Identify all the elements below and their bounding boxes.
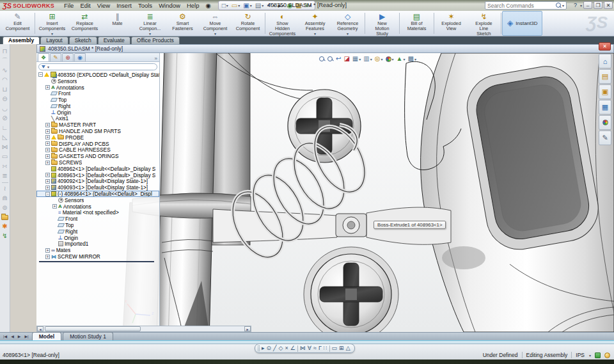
move-component-button[interactable]: ⇔MoveComponent▾: [199, 11, 232, 36]
design-binder-folder-icon[interactable]: [1, 215, 8, 220]
tree-item[interactable]: ⊥Origin: [36, 109, 159, 116]
tree-item[interactable]: Sensors: [36, 78, 159, 84]
tab-nav-3-button[interactable]: ▶|: [22, 333, 30, 340]
expander[interactable]: +: [45, 173, 50, 177]
view-settings-button[interactable]: ▩▾: [407, 55, 416, 63]
menu-tools[interactable]: Tools: [135, 1, 155, 10]
search-commands-box[interactable]: ▾: [485, 1, 567, 10]
rib-icon[interactable]: ⋈: [2, 143, 8, 152]
hide-show-items-button[interactable]: ◎▾: [375, 55, 383, 63]
tree-item[interactable]: −408350 (EXPLODED <Default_Display Stat: [36, 72, 159, 78]
expander[interactable]: +: [45, 135, 50, 139]
angle-tool-icon[interactable]: ∠: [290, 344, 295, 352]
close-button[interactable]: ✕: [604, 1, 613, 9]
display-style-button[interactable]: ▥▾: [363, 55, 372, 63]
menu-help[interactable]: Help: [184, 1, 203, 10]
expander[interactable]: −: [45, 192, 50, 196]
zoom-to-fit-button[interactable]: [319, 56, 325, 62]
mirror-feature-icon[interactable]: ∺: [2, 162, 7, 171]
tree-item[interactable]: Right: [36, 103, 159, 109]
expander[interactable]: +: [45, 248, 50, 253]
restore-button[interactable]: ❐: [594, 1, 602, 9]
design-library-tab[interactable]: ▤: [599, 69, 611, 84]
extruded-boss-icon[interactable]: ⊓: [3, 47, 8, 56]
bill-of-materials-button[interactable]: ▤Bill ofMaterials: [400, 11, 433, 36]
new-document-dropdown-icon[interactable]: ▾: [226, 3, 228, 8]
previous-view-button[interactable]: ↩: [336, 55, 341, 63]
display-style-flyout-icon[interactable]: ▾: [370, 57, 372, 61]
corner-tool-icon[interactable]: Γ: [319, 344, 322, 352]
tab-sketch[interactable]: Sketch: [69, 36, 97, 44]
edit-appearance-button[interactable]: ▾: [386, 56, 394, 62]
save-document-button[interactable]: ▣▾: [242, 3, 253, 9]
linear-component-pattern-button[interactable]: ≣LinearCompon...▾: [134, 11, 166, 36]
help-dropdown-icon[interactable]: ▾: [580, 3, 582, 8]
tree-item[interactable]: Top: [36, 222, 159, 228]
expander[interactable]: +: [45, 85, 50, 90]
expander[interactable]: +: [45, 123, 50, 127]
offset-entities-tool-icon[interactable]: ≈: [313, 344, 317, 352]
tree-item[interactable]: −(-) 408964<1> (Default<<Default>_Displ: [36, 191, 159, 197]
scroll-thumb[interactable]: [45, 326, 141, 331]
save-document-dropdown-icon[interactable]: ▾: [250, 3, 252, 8]
instant3d-button[interactable]: ◈Instant3D: [502, 11, 542, 36]
search-input[interactable]: [487, 3, 556, 9]
pin-icon[interactable]: ◉: [202, 1, 214, 10]
tab-assembly[interactable]: Assembly: [3, 36, 40, 44]
reference-geometry-button[interactable]: ◇ReferenceGeometry▾: [331, 11, 364, 36]
expander[interactable]: +: [45, 161, 50, 165]
scroll-right-arrow[interactable]: ▸: [244, 326, 251, 331]
tab-office-products[interactable]: Office Products: [131, 36, 180, 44]
select-tool-icon[interactable]: ▸: [262, 344, 265, 352]
help-button[interactable]: ?: [572, 2, 578, 8]
edit-component-button[interactable]: ✎EditComponent: [1, 11, 34, 36]
tree-item[interactable]: 408962<1> [Default<<Default>_Display S: [36, 166, 159, 172]
expander[interactable]: +: [45, 186, 50, 190]
tab-motion-study-1[interactable]: Motion Study 1: [63, 332, 113, 340]
expander[interactable]: +: [45, 141, 50, 146]
configurationmanager-tab[interactable]: ⊛: [62, 53, 74, 61]
linear-pattern-icon[interactable]: ≣: [2, 171, 7, 181]
revolved-boss-icon[interactable]: ⌒: [2, 56, 8, 66]
assembly-features-button[interactable]: ✦AssemblyFeatures▾: [299, 11, 331, 36]
tree-item[interactable]: +DISPLAY AND PCBS: [36, 141, 159, 147]
open-document-button[interactable]: ▭▾: [230, 3, 241, 9]
section-view-button[interactable]: ◪: [343, 55, 349, 63]
solidworks-resources-tab[interactable]: ⌂: [599, 54, 611, 68]
view-orientation-button[interactable]: ▦▾: [352, 55, 361, 63]
line-tool-icon[interactable]: ╱: [273, 344, 276, 352]
menu-insert[interactable]: Insert: [113, 1, 135, 10]
instant3d-tool-icon[interactable]: ⊚: [2, 203, 7, 213]
polygon-tool-icon[interactable]: ◇: [279, 344, 283, 352]
expander[interactable]: +: [45, 129, 50, 134]
tree-item[interactable]: +SCREWS: [36, 159, 159, 166]
tab-evaluate[interactable]: Evaluate: [98, 36, 130, 44]
tree-item[interactable]: +CABLE HARNESSES: [36, 147, 159, 154]
tree-item[interactable]: +HANDLE AND SM PARTS: [36, 128, 159, 134]
tree-item[interactable]: +⋈SCREW MIRROR: [36, 253, 159, 260]
tree-item[interactable]: ╲Axis1: [36, 116, 159, 122]
tree-item[interactable]: +PROBE: [36, 134, 159, 141]
grid-tool-icon[interactable]: ⊞: [339, 344, 344, 352]
tab-layout[interactable]: Layout: [40, 36, 68, 44]
extruded-cut-icon[interactable]: ⊔: [3, 85, 8, 95]
swept-boss-icon[interactable]: ∿: [2, 66, 7, 75]
trim-tool-icon[interactable]: ×: [285, 344, 288, 352]
toolbar-grip[interactable]: [258, 345, 260, 351]
new-motion-study-button[interactable]: ▶NewMotionStudy: [366, 11, 398, 36]
open-document-dropdown-icon[interactable]: ▾: [238, 3, 240, 8]
lofted-boss-icon[interactable]: ◠: [2, 75, 8, 85]
expander[interactable]: +: [45, 255, 50, 259]
curves-icon[interactable]: ⋒: [2, 194, 7, 203]
view-palette-tab[interactable]: ▦: [599, 100, 611, 115]
chamfer-icon[interactable]: ◺: [3, 133, 8, 143]
units-dropdown-icon[interactable]: ▾: [589, 353, 591, 358]
tree-item[interactable]: Imported1: [36, 241, 159, 248]
insert-components-button[interactable]: ⊞InsertComponents▾: [36, 11, 68, 36]
expander[interactable]: −: [38, 72, 43, 77]
new-document-button[interactable]: □▾: [221, 3, 230, 9]
minimize-button[interactable]: ‒: [583, 1, 592, 9]
apply-scene-button[interactable]: ▲▾: [397, 55, 405, 63]
tree-item[interactable]: Front: [36, 90, 159, 97]
tree-item[interactable]: Right: [36, 228, 159, 235]
